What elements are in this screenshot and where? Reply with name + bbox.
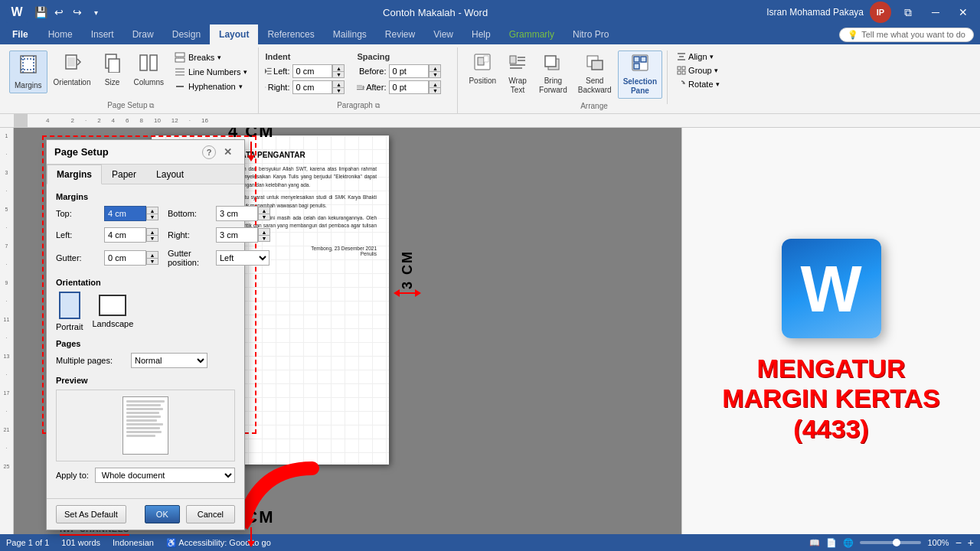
spacing-before-down[interactable]: ▼: [429, 71, 441, 78]
size-button[interactable]: Size: [97, 51, 128, 90]
dialog-tab-margins[interactable]: Margins: [47, 165, 102, 184]
bottom-spin-up[interactable]: ▲: [258, 207, 270, 214]
dialog-close-button[interactable]: ✕: [219, 145, 237, 159]
tab-mailings[interactable]: Mailings: [324, 24, 376, 44]
indent-right-down[interactable]: ▼: [332, 87, 345, 94]
redo-qa-icon[interactable]: ↪: [69, 4, 86, 21]
indent-right-up[interactable]: ▲: [332, 80, 345, 87]
indent-left-down[interactable]: ▼: [332, 71, 345, 78]
top-spin-up[interactable]: ▲: [146, 207, 158, 214]
selection-pane-button[interactable]: Selection Pane: [618, 51, 662, 99]
tab-references[interactable]: References: [258, 24, 323, 44]
group-arrange: Position Wrap Text Bring Forward: [458, 47, 730, 113]
gutter-pos-select[interactable]: Left Top: [216, 250, 270, 266]
top-spin-down[interactable]: ▼: [146, 214, 158, 220]
tab-layout[interactable]: Layout: [210, 24, 258, 44]
spacing-after-up[interactable]: ▲: [429, 80, 441, 87]
multiple-pages-select[interactable]: Normal Mirror margins 2 pages per sheet: [131, 353, 207, 368]
tell-me-bar[interactable]: 💡 Tell me what you want to do: [839, 28, 974, 42]
minimize-icon[interactable]: ─: [925, 2, 946, 23]
indent-left-input[interactable]: [292, 64, 332, 78]
view-icon-web[interactable]: 🌐: [843, 538, 854, 548]
bottom-spin-down[interactable]: ▼: [258, 214, 270, 220]
group-button[interactable]: Group ▾: [672, 64, 724, 77]
svg-marker-18: [265, 68, 267, 73]
tab-draw[interactable]: Draw: [123, 24, 163, 44]
align-button[interactable]: Align ▾: [672, 51, 724, 63]
spacing-after-down[interactable]: ▼: [429, 87, 441, 94]
left-field-input[interactable]: 4 cm: [104, 227, 146, 243]
tab-insert[interactable]: Insert: [82, 24, 123, 44]
right-label: 3 CM: [400, 250, 416, 289]
right-spin-down[interactable]: ▼: [258, 235, 270, 242]
svg-rect-35: [478, 57, 484, 65]
ribbon-content: Margins Orientation: [0, 44, 980, 113]
apply-to-select[interactable]: Whole document This point forward: [95, 468, 235, 483]
hyphenation-button[interactable]: Hyphenation ▾: [170, 80, 252, 93]
rotate-button[interactable]: Rotate ▾: [672, 78, 724, 90]
ok-button[interactable]: OK: [145, 505, 180, 523]
preview-page: [122, 396, 168, 455]
portrait-option[interactable]: Portrait: [56, 292, 83, 331]
tab-file[interactable]: File: [2, 24, 39, 44]
line-numbers-button[interactable]: Line Numbers ▾: [170, 65, 252, 79]
orientation-button[interactable]: Orientation: [49, 51, 96, 90]
left-spin-up[interactable]: ▲: [146, 228, 158, 235]
top-field-input[interactable]: 4 cm: [104, 206, 146, 221]
view-icon-print[interactable]: 📄: [826, 538, 837, 548]
dialog-help-icon[interactable]: ?: [202, 145, 216, 159]
paragraph-expand-icon[interactable]: ⧉: [375, 102, 380, 109]
position-button[interactable]: Position: [464, 51, 501, 88]
zoom-slider[interactable]: [860, 541, 921, 544]
tab-review[interactable]: Review: [376, 24, 424, 44]
set-default-button[interactable]: Set As Default: [56, 505, 126, 523]
spacing-before-input[interactable]: [389, 64, 429, 78]
indent-right-input[interactable]: [292, 80, 332, 94]
zoom-out-icon[interactable]: −: [956, 536, 962, 549]
arrange-secondary: Align ▾ Group ▾ Rotate ▾: [672, 51, 724, 90]
cancel-button[interactable]: Cancel: [186, 505, 235, 523]
margins-button[interactable]: Margins: [9, 51, 47, 93]
tab-nitro[interactable]: Nitro Pro: [564, 24, 618, 44]
dialog-tab-layout[interactable]: Layout: [146, 165, 194, 184]
bottom-field-input[interactable]: 3 cm: [216, 206, 258, 221]
send-backward-button[interactable]: Send Backward: [573, 51, 616, 97]
bring-forward-button[interactable]: Bring Forward: [534, 51, 572, 97]
save-qa-icon[interactable]: 💾: [32, 4, 49, 21]
page-setup-dialog[interactable]: Page Setup ? ✕ Margins Paper Layout Marg…: [46, 139, 245, 530]
breaks-button[interactable]: Breaks ▾: [170, 51, 252, 64]
restore-window-icon[interactable]: ⧉: [897, 2, 919, 23]
page-setup-expand-icon[interactable]: ⧉: [149, 102, 154, 109]
tab-design[interactable]: Design: [163, 24, 210, 44]
rotate-label: Rotate: [688, 80, 713, 89]
zoom-in-icon[interactable]: +: [968, 536, 974, 549]
tab-view[interactable]: View: [424, 24, 462, 44]
tab-home[interactable]: Home: [39, 24, 82, 44]
tab-help[interactable]: Help: [462, 24, 500, 44]
close-icon[interactable]: ✕: [952, 2, 974, 23]
right-arrow-line: [400, 292, 415, 294]
quick-access-toolbar: 💾 ↩ ↪ ▾: [32, 4, 104, 21]
user-avatar[interactable]: IP: [870, 2, 891, 23]
indent-left-up[interactable]: ▲: [332, 64, 345, 71]
pages-section-label: Pages: [56, 339, 235, 348]
spacing-after-input[interactable]: [389, 80, 429, 94]
right-spin-up[interactable]: ▲: [258, 228, 270, 235]
left-spin-down[interactable]: ▼: [146, 235, 158, 242]
gutter-spin-down[interactable]: ▼: [146, 258, 158, 265]
columns-icon: [139, 53, 158, 77]
customize-qa-icon[interactable]: ▾: [87, 4, 104, 21]
view-icon-read[interactable]: 📖: [809, 538, 820, 548]
dialog-tab-paper[interactable]: Paper: [102, 165, 146, 184]
columns-button[interactable]: Columns: [129, 51, 168, 90]
tab-grammarly[interactable]: Grammarly: [500, 24, 564, 44]
gutter-spin-up[interactable]: ▲: [146, 251, 158, 258]
undo-qa-icon[interactable]: ↩: [51, 4, 67, 21]
svg-rect-56: [682, 71, 685, 74]
landscape-option[interactable]: Landscape: [92, 295, 133, 328]
gutter-field-input[interactable]: 0 cm: [104, 250, 146, 266]
right-field-input[interactable]: 3 cm: [216, 227, 258, 243]
wrap-text-button[interactable]: Wrap Text: [502, 51, 533, 97]
spacing-before-up[interactable]: ▲: [429, 64, 441, 71]
align-label: Align: [688, 52, 707, 61]
